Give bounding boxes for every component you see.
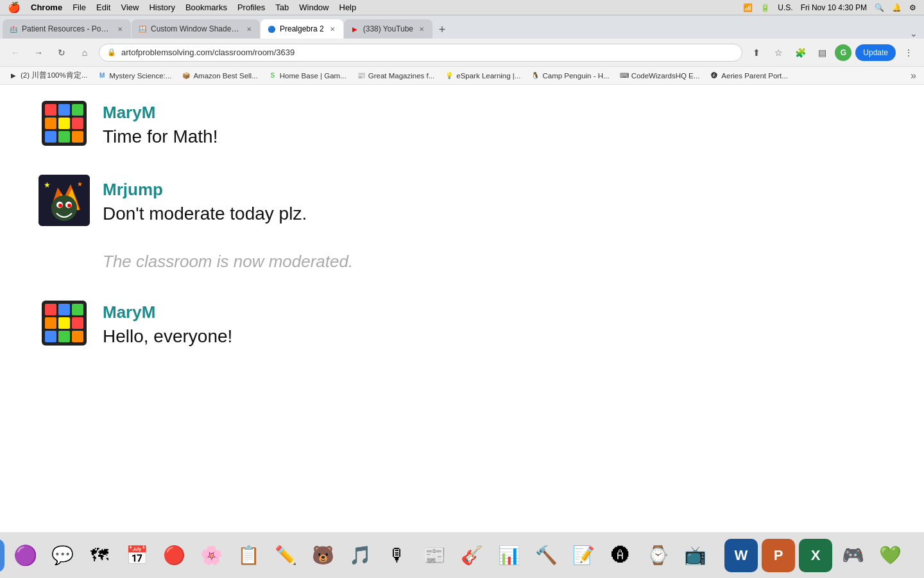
message-1-body: MaryM Time for Math! — [103, 98, 218, 147]
dock-music[interactable]: 🎵 — [343, 539, 377, 572]
menu-view[interactable]: View — [121, 3, 139, 12]
svg-rect-25 — [45, 304, 56, 315]
tab-youtube[interactable]: ▶ (338) YouTube ✕ — [344, 19, 432, 39]
menubar-search-icon[interactable]: 🔍 — [875, 3, 884, 12]
tab-menu-button[interactable]: ⌄ — [906, 28, 921, 39]
menu-file[interactable]: File — [73, 3, 86, 12]
menubar-locale: U.S. — [778, 3, 792, 12]
bookmark-5[interactable]: 📰 Great Magazines f... — [353, 70, 439, 82]
tab-close-4[interactable]: ✕ — [417, 24, 426, 33]
reload-button[interactable]: ↻ — [53, 44, 71, 62]
bookmark-button[interactable]: ☆ — [769, 44, 787, 62]
menu-bookmarks[interactable]: Bookmarks — [185, 3, 227, 12]
dock-maps[interactable]: 🗺 — [83, 539, 116, 572]
tab-close-2[interactable]: ✕ — [244, 24, 253, 33]
bookmark-label-9: Aeries Parent Port... — [721, 72, 788, 80]
menu-help[interactable]: Help — [339, 3, 357, 12]
dock-powerpoint[interactable]: P — [762, 539, 795, 572]
username-mrjump: Mrjump — [103, 180, 307, 200]
bookmark-1[interactable]: ▶ (2) 川普100%肯定... — [5, 69, 91, 82]
dock-excel[interactable]: X — [799, 539, 832, 572]
home-button[interactable]: ⌂ — [76, 44, 94, 62]
tab-label-2: Custom Window Shades and — [151, 24, 241, 33]
bookmark-3[interactable]: 📦 Amazon Best Sell... — [178, 70, 261, 82]
dock-wechat[interactable]: 💚 — [873, 539, 907, 572]
tab-favicon-4: ▶ — [350, 24, 359, 33]
menu-chrome[interactable]: Chrome — [31, 3, 62, 12]
mrjump-avatar-img: ★ ★ — [38, 175, 90, 226]
bookmark-7[interactable]: 🐧 Camp Penguin - H... — [527, 70, 613, 82]
tab-close-3[interactable]: ✕ — [328, 24, 337, 33]
dock-news[interactable]: 📰 — [418, 539, 451, 572]
dock-freeform[interactable]: ✏️ — [269, 539, 302, 572]
dock-calendar[interactable]: 📅 — [120, 539, 153, 572]
back-button[interactable]: ← — [6, 44, 24, 62]
bookmark-6[interactable]: 💡 eSpark Learning |... — [441, 70, 524, 82]
new-tab-button[interactable]: + — [433, 21, 451, 39]
tab-label-3: Prealgebra 2 — [280, 24, 324, 33]
dock-podcasts[interactable]: 🎙 — [381, 539, 414, 572]
dock-appstore[interactable]: 🅐 — [604, 539, 637, 572]
svg-rect-6 — [72, 118, 83, 129]
update-button[interactable]: Update — [855, 44, 896, 61]
bookmark-8[interactable]: ⌨ CodeWizardsHQ E... — [616, 70, 704, 82]
menu-profiles[interactable]: Profiles — [237, 3, 265, 12]
message-3-body: MaryM Hello, everyone! — [103, 297, 232, 347]
svg-rect-26 — [58, 304, 70, 315]
tab-patient-resources[interactable]: 🏥 Patient Resources - Pomona,... ✕ — [3, 19, 131, 39]
sidebar-button[interactable]: ▤ — [813, 44, 831, 62]
dock-finder[interactable]: 🔵 — [0, 539, 4, 572]
dock-messages[interactable]: 💬 — [46, 539, 79, 572]
dock: 🔵 🟣 💬 🗺 📅 🔴 🌸 📋 ✏️ 🐻 🎵 🎙 📰 🎸 📊 🔨 — [0, 532, 924, 578]
dock-pages[interactable]: 📝 — [567, 539, 600, 572]
bookmarks-more-button[interactable]: » — [908, 70, 919, 82]
menu-dots-button[interactable]: ⋮ — [900, 44, 918, 62]
dock-applewatch[interactable]: ⌚ — [641, 539, 674, 572]
profile-avatar[interactable]: G — [835, 44, 851, 61]
dock-discord[interactable]: 🎮 — [836, 539, 869, 572]
menubar-notification-icon[interactable]: 🔔 — [892, 3, 902, 12]
svg-rect-5 — [58, 118, 70, 129]
dock-appletv[interactable]: 📺 — [678, 539, 712, 572]
dock-word[interactable]: W — [724, 539, 758, 572]
dock-xcode[interactable]: 🔨 — [529, 539, 563, 572]
dock-photos[interactable]: 🌸 — [194, 539, 228, 572]
url-bar[interactable]: 🔒 artofproblemsolving.com/classroom/room… — [99, 44, 742, 62]
menu-history[interactable]: History — [149, 3, 175, 12]
bookmark-9[interactable]: 🅐 Aeries Parent Port... — [706, 70, 792, 82]
menu-tab[interactable]: Tab — [275, 3, 289, 12]
address-bar-right-controls: ⬆ ☆ 🧩 ▤ G Update ⋮ — [748, 44, 918, 62]
bookmark-2[interactable]: M Mystery Science:... — [94, 70, 175, 82]
dock-bear[interactable]: 🐻 — [306, 539, 339, 572]
svg-rect-33 — [72, 331, 83, 342]
dock-capo[interactable]: 🎸 — [455, 539, 488, 572]
bookmark-label-8: CodeWizardsHQ E... — [631, 72, 700, 80]
svg-rect-1 — [45, 104, 56, 116]
bookmark-4[interactable]: S Home Base | Gam... — [264, 70, 350, 82]
bookmark-label-2: Mystery Science:... — [109, 72, 171, 80]
bookmark-label-1: (2) 川普100%肯定... — [21, 71, 87, 80]
message-2-body: Mrjump Don't moderate today plz. — [103, 175, 307, 224]
dock-reminders[interactable]: 📋 — [232, 539, 265, 572]
extensions-button[interactable]: 🧩 — [791, 44, 809, 62]
bookmark-favicon-5: 📰 — [357, 71, 366, 80]
menu-window[interactable]: Window — [299, 3, 329, 12]
dock-launchpad[interactable]: 🟣 — [8, 539, 42, 572]
menubar-control-center-icon[interactable]: ⚙ — [909, 3, 916, 12]
apple-menu[interactable]: 🍎 — [8, 1, 21, 13]
tab-prealgebra[interactable]: 🔵 Prealgebra 2 ✕ — [261, 19, 343, 39]
dock-chrome[interactable]: 🔴 — [157, 539, 191, 572]
dock-trash[interactable]: 🗑 — [920, 539, 924, 572]
svg-rect-27 — [72, 304, 83, 315]
tab-custom-window-shades[interactable]: 🪟 Custom Window Shades and ✕ — [132, 19, 260, 39]
forward-button[interactable]: → — [30, 44, 47, 62]
svg-rect-28 — [45, 317, 56, 329]
url-text: artofproblemsolving.com/classroom/room/3… — [121, 48, 734, 57]
svg-rect-4 — [45, 118, 56, 129]
dock-numbers[interactable]: 📊 — [492, 539, 526, 572]
tab-close-1[interactable]: ✕ — [116, 24, 124, 33]
svg-rect-7 — [45, 131, 56, 143]
menu-edit[interactable]: Edit — [96, 3, 110, 12]
svg-rect-2 — [58, 104, 70, 116]
share-button[interactable]: ⬆ — [748, 44, 766, 62]
